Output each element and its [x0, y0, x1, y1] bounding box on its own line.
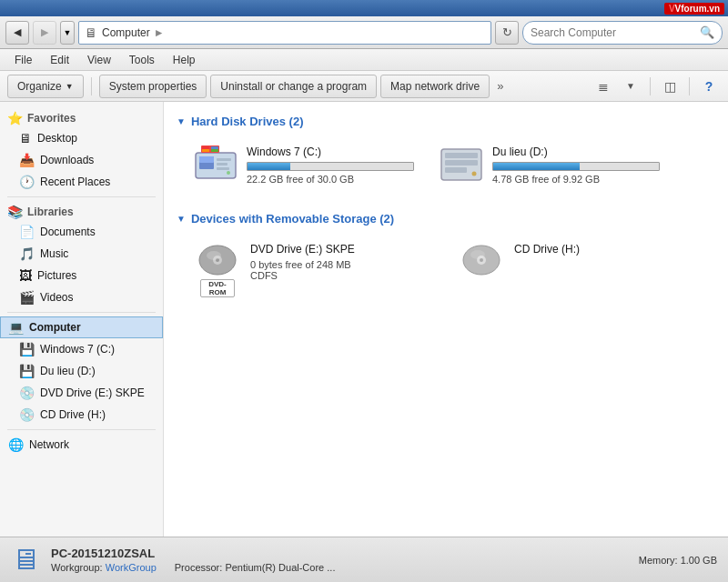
pc-name: PC-20151210ZSAL: [51, 547, 628, 560]
menu-tools[interactable]: Tools: [120, 51, 164, 69]
drive-d-bar: [492, 162, 660, 171]
search-icon: 🔍: [700, 25, 714, 39]
more-button[interactable]: »: [493, 79, 507, 93]
pictures-icon: 🖼: [19, 268, 32, 283]
drive-windows7c[interactable]: Windows 7 (C:) 22.2 GB free of 30.0 GB: [186, 137, 422, 197]
dvd-badge: DVD-ROM: [200, 279, 235, 297]
drive-cd[interactable]: CD Drive (H:): [450, 235, 686, 306]
dvd-drive-icon: [196, 243, 239, 277]
menu-edit[interactable]: Edit: [41, 51, 78, 69]
svg-rect-12: [202, 149, 209, 152]
view-change-icon[interactable]: ≣: [592, 75, 615, 98]
sidebar-item-documents[interactable]: 📄 Documents: [0, 221, 163, 243]
dvd-free: 0 bytes free of 248 MB: [250, 259, 432, 270]
svg-rect-15: [445, 160, 478, 166]
back-button[interactable]: ◀: [5, 21, 29, 45]
sidebar-item-pictures[interactable]: 🖼 Pictures: [0, 265, 163, 286]
dvd-icon: 💿: [19, 386, 35, 400]
uninstall-button[interactable]: Uninstall or change a program: [210, 75, 377, 98]
dropdown-button[interactable]: ▼: [60, 21, 75, 45]
title-bar: VVforum.vn: [0, 0, 728, 16]
sidebar-sep-1: [7, 196, 156, 197]
drive-dulieud[interactable]: Du lieu (D:) 4.78 GB free of 9.92 GB: [431, 137, 668, 197]
sidebar-favorites-header: ⭐ Favorites: [0, 107, 163, 127]
svg-rect-11: [211, 149, 218, 152]
workgroup-text: Workgroup: WorkGroup: [51, 562, 157, 573]
sidebar-item-desktop[interactable]: 🖥 Desktop: [0, 127, 163, 149]
sidebar-item-recent-places[interactable]: 🕐 Recent Places: [0, 171, 163, 193]
drive-c-free: 22.2 GB free of 30.0 GB: [247, 174, 414, 185]
sidebar-item-dvddrive[interactable]: 💿 DVD Drive (E:) SKPE: [0, 382, 163, 404]
help-button[interactable]: ?: [697, 75, 721, 98]
status-info: PC-20151210ZSAL Workgroup: WorkGroup Pro…: [51, 547, 628, 573]
desktop-icon: 🖥: [19, 131, 32, 146]
toolbar-separator-1: [91, 77, 92, 95]
address-path[interactable]: 🖥 Computer ►: [78, 21, 491, 45]
cd-drive-icon: [460, 243, 503, 277]
system-properties-button[interactable]: System properties: [99, 75, 207, 98]
drive-d-name: Du lieu (D:): [492, 146, 660, 158]
svg-rect-5: [217, 167, 229, 170]
refresh-button[interactable]: ↻: [495, 21, 519, 45]
cd-info: CD Drive (H:): [514, 243, 678, 259]
documents-icon: 📄: [19, 225, 35, 239]
drive-d-info: Du lieu (D:) 4.78 GB free of 9.92 GB: [492, 146, 660, 185]
sidebar-libraries-header: 📚 Libraries: [0, 201, 163, 221]
hdd-section-header: Hard Disk Drives (2): [177, 115, 715, 128]
dvd-label: CDFS: [250, 270, 432, 281]
map-network-button[interactable]: Map network drive: [380, 75, 490, 98]
dvd-icon-container: DVD-ROM: [194, 243, 241, 297]
organize-chevron: ▼: [66, 82, 74, 91]
removable-section-header: Devices with Removable Storage (2): [177, 212, 715, 226]
network-icon: 🌐: [8, 437, 24, 452]
view-dropdown-icon[interactable]: ▼: [619, 75, 642, 98]
svg-point-6: [227, 171, 230, 175]
libraries-icon: 📚: [7, 205, 23, 219]
search-box[interactable]: 🔍: [522, 21, 723, 45]
details-pane-button[interactable]: ◫: [658, 75, 682, 98]
drive-d-icon: [440, 146, 483, 189]
content-area: Hard Disk Drives (2): [164, 102, 728, 537]
svg-point-17: [472, 172, 477, 176]
menu-view[interactable]: View: [78, 51, 120, 69]
favorites-icon: ⭐: [7, 111, 23, 125]
forward-button[interactable]: ▶: [33, 21, 56, 45]
drive-d-free: 4.78 GB free of 9.92 GB: [492, 174, 660, 185]
vforum-logo: VVforum.vn: [664, 3, 724, 15]
status-pc-icon: 🖥: [11, 543, 40, 577]
svg-rect-16: [445, 167, 467, 173]
sidebar-item-cddrive[interactable]: 💿 CD Drive (H:): [0, 404, 163, 426]
videos-icon: 🎬: [19, 290, 35, 305]
sidebar-sep-3: [7, 429, 156, 430]
main-layout: ⭐ Favorites 🖥 Desktop 📥 Downloads 🕐 Rece…: [0, 102, 728, 537]
sidebar-item-computer[interactable]: 💻 Computer: [0, 316, 163, 338]
sidebar-item-dulieud[interactable]: 💾 Du lieu (D:): [0, 360, 163, 382]
dvd-name: DVD Drive (E:) SKPE: [250, 243, 432, 256]
downloads-icon: 📥: [19, 153, 35, 167]
search-input[interactable]: [531, 26, 696, 39]
address-bar: ◀ ▶ ▼ 🖥 Computer ► ↻ 🔍: [0, 16, 728, 49]
status-bar: 🖥 PC-20151210ZSAL Workgroup: WorkGroup P…: [0, 537, 728, 582]
hdd-c-icon: 💾: [19, 342, 35, 356]
svg-point-22: [207, 251, 221, 260]
menu-help[interactable]: Help: [164, 51, 205, 69]
drive-c-info: Windows 7 (C:) 22.2 GB free of 30.0 GB: [247, 146, 414, 185]
sidebar-sep-2: [7, 312, 156, 313]
svg-rect-14: [445, 153, 478, 158]
sidebar-item-windows7c[interactable]: 💾 Windows 7 (C:): [0, 338, 163, 360]
sidebar: ⭐ Favorites 🖥 Desktop 📥 Downloads 🕐 Rece…: [0, 102, 164, 537]
sidebar-item-videos[interactable]: 🎬 Videos: [0, 286, 163, 308]
processor-text: Processor: Pentium(R) Dual-Core ...: [175, 562, 336, 573]
sidebar-item-music[interactable]: 🎵 Music: [0, 243, 163, 265]
svg-rect-10: [211, 146, 218, 149]
drive-dvd[interactable]: DVD-ROM DVD Drive (E:) SKPE 0 bytes free…: [186, 235, 440, 306]
organize-button[interactable]: Organize ▼: [7, 75, 84, 98]
sidebar-libraries-section: 📚 Libraries 📄 Documents 🎵 Music 🖼 Pictur…: [0, 201, 163, 308]
svg-rect-3: [217, 158, 231, 161]
toolbar: Organize ▼ System properties Uninstall o…: [0, 71, 728, 102]
menu-file[interactable]: File: [5, 51, 41, 69]
drive-c-name: Windows 7 (C:): [247, 146, 414, 158]
sidebar-item-downloads[interactable]: 📥 Downloads: [0, 149, 163, 171]
toolbar-right: ≣ ▼ ◫ ?: [592, 75, 721, 98]
sidebar-item-network[interactable]: 🌐 Network: [0, 434, 163, 456]
